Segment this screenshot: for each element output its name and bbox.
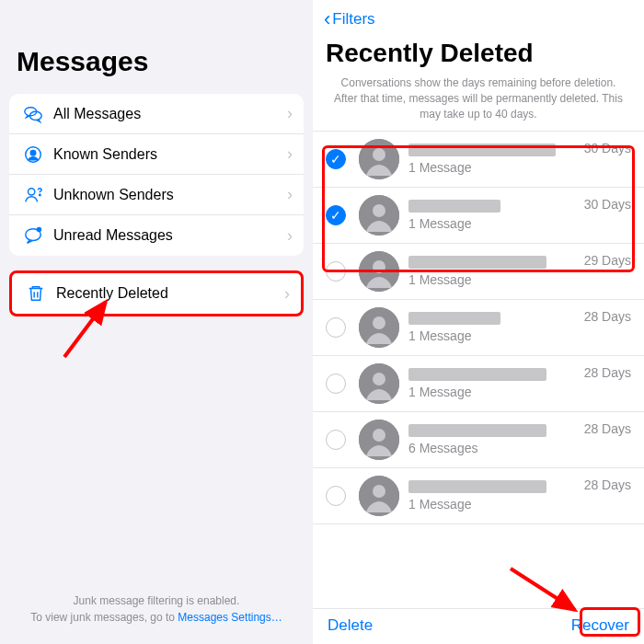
conversation-body: 1 Message (408, 368, 579, 399)
recently-deleted-card: Recently Deleted › (9, 270, 304, 316)
chevron-right-icon: › (287, 144, 293, 164)
select-checkbox[interactable]: ✓ (326, 205, 346, 225)
footer-info: Junk message filtering is enabled. To vi… (9, 592, 304, 626)
svg-point-20 (373, 429, 385, 442)
person-question-icon (20, 185, 46, 205)
days-remaining: 29 Days (579, 253, 631, 268)
svg-point-12 (373, 204, 385, 217)
conversation-row[interactable]: ✓1 Message30 Days (313, 131, 644, 188)
page-title: Messages (17, 46, 304, 77)
filter-label: Unread Messages (46, 227, 287, 244)
chevron-right-icon: › (287, 104, 293, 123)
select-checkbox[interactable] (326, 317, 346, 338)
message-count: 1 Message (408, 328, 579, 343)
message-count: 6 Messages (408, 441, 579, 455)
filter-recently-deleted[interactable]: Recently Deleted › (12, 273, 301, 314)
messages-filters-panel: Messages All Messages › Known Senders › … (0, 0, 313, 644)
contact-name-redacted (408, 424, 546, 437)
avatar-icon (359, 307, 399, 348)
svg-point-14 (373, 260, 385, 273)
svg-point-4 (29, 188, 35, 194)
chat-bubbles-icon (20, 104, 46, 124)
days-remaining: 28 Days (579, 477, 631, 492)
messages-settings-link[interactable]: Messages Settings… (178, 611, 282, 624)
chevron-left-icon: ‹ (324, 7, 330, 31)
bottom-toolbar: Delete Recover (313, 608, 644, 644)
page-title: Recently Deleted (326, 39, 631, 68)
filter-label: Known Senders (46, 146, 287, 163)
select-checkbox[interactable] (326, 430, 346, 450)
avatar-icon (359, 363, 399, 404)
days-remaining: 30 Days (579, 141, 631, 155)
conversation-body: 6 Messages (408, 424, 579, 455)
svg-point-10 (373, 148, 385, 161)
svg-point-18 (373, 373, 385, 385)
message-count: 1 Message (408, 160, 579, 175)
recently-deleted-panel: ‹ Filters Recently Deleted Conversations… (313, 0, 644, 644)
back-button[interactable]: ‹ Filters (324, 7, 375, 31)
select-checkbox[interactable] (326, 261, 346, 282)
filter-label: All Messages (46, 106, 287, 122)
avatar-icon (359, 251, 399, 292)
chevron-right-icon: › (287, 226, 293, 246)
days-remaining: 28 Days (579, 421, 631, 436)
select-checkbox[interactable] (326, 374, 346, 394)
contact-name-redacted (408, 312, 500, 325)
contact-name-redacted (408, 200, 500, 213)
message-count: 1 Message (408, 497, 579, 512)
filter-all-messages[interactable]: All Messages › (9, 94, 304, 134)
avatar-icon (359, 195, 399, 236)
conversation-row[interactable]: 1 Message28 Days (313, 468, 644, 524)
back-label: Filters (332, 10, 374, 29)
avatar-icon (359, 420, 399, 460)
days-remaining: 30 Days (579, 197, 631, 212)
chevron-right-icon: › (284, 284, 290, 304)
filters-list: All Messages › Known Senders › Unknown S… (9, 94, 304, 256)
svg-point-22 (373, 485, 385, 498)
filter-unknown-senders[interactable]: Unknown Senders › (9, 175, 304, 215)
svg-point-16 (373, 316, 385, 329)
contact-name-redacted (408, 368, 546, 381)
svg-point-3 (30, 150, 36, 155)
person-circle-icon (20, 144, 46, 165)
svg-point-7 (37, 227, 41, 233)
select-checkbox[interactable]: ✓ (326, 149, 346, 169)
contact-name-redacted (408, 480, 546, 493)
message-count: 1 Message (408, 385, 579, 399)
conversation-body: 1 Message (408, 256, 579, 287)
conversation-body: 1 Message (408, 312, 579, 343)
conversation-row[interactable]: 1 Message29 Days (313, 244, 644, 300)
conversation-row[interactable]: ✓1 Message30 Days (313, 188, 644, 244)
contact-name-redacted (408, 144, 556, 156)
nav-bar: ‹ Filters (313, 0, 644, 37)
conversation-row[interactable]: 1 Message28 Days (313, 300, 644, 356)
delete-button[interactable]: Delete (328, 616, 373, 635)
message-count: 1 Message (408, 272, 579, 287)
filter-unread-messages[interactable]: Unread Messages › (9, 215, 304, 256)
conversation-list: ✓1 Message30 Days✓1 Message30 Days1 Mess… (313, 131, 644, 608)
conversation-body: 1 Message (408, 144, 579, 175)
footer-line2: To view junk messages, go to (30, 611, 178, 624)
avatar-icon (359, 476, 399, 516)
select-checkbox[interactable] (326, 486, 346, 506)
svg-point-5 (40, 194, 40, 195)
conversation-row[interactable]: 1 Message28 Days (313, 356, 644, 412)
footer-line1: Junk message filtering is enabled. (74, 594, 240, 607)
filter-label: Recently Deleted (49, 285, 284, 302)
conversation-body: 1 Message (408, 480, 579, 512)
filter-label: Unknown Senders (46, 187, 287, 203)
unread-badge-icon (20, 225, 46, 246)
contact-name-redacted (408, 256, 546, 269)
chevron-right-icon: › (287, 185, 293, 204)
info-text: Conversations show the days remaining be… (331, 75, 626, 121)
avatar-icon (359, 139, 399, 179)
recover-button[interactable]: Recover (571, 616, 629, 635)
conversation-body: 1 Message (408, 200, 579, 231)
trash-icon (23, 283, 49, 304)
days-remaining: 28 Days (579, 365, 631, 380)
filter-known-senders[interactable]: Known Senders › (9, 134, 304, 175)
message-count: 1 Message (408, 216, 579, 231)
conversation-row[interactable]: 6 Messages28 Days (313, 412, 644, 468)
days-remaining: 28 Days (579, 309, 631, 324)
